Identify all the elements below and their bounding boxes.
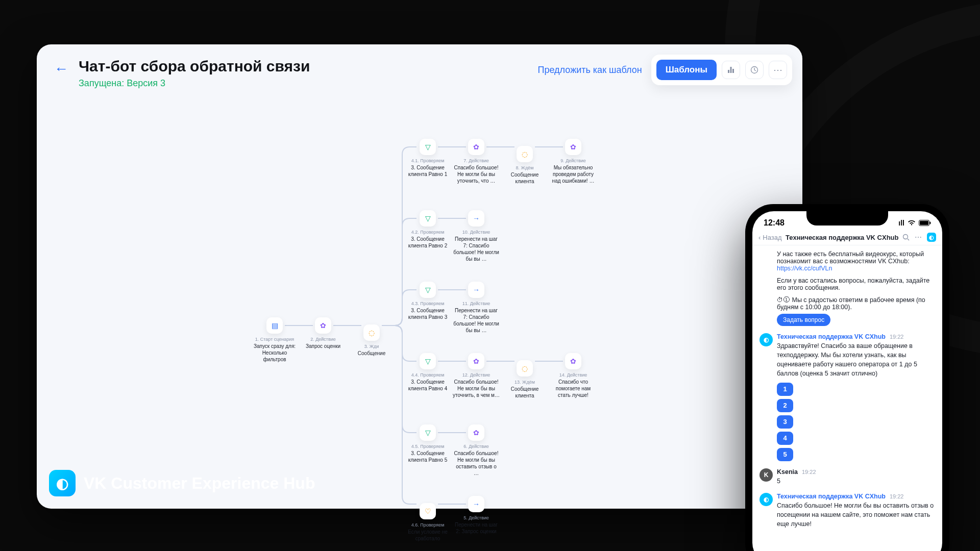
brand-footer: ◐ VK Customer Experience Hub <box>49 470 315 496</box>
wifi-icon <box>908 220 916 226</box>
flow-node[interactable]: ◌ 13. Ждём Сообщение клиента <box>501 353 548 399</box>
node-text: Запрос оценки <box>306 343 340 349</box>
avatar-support: ◐ <box>760 333 773 346</box>
more-icon[interactable]: ⋯ <box>769 61 787 79</box>
flow-node[interactable]: ♡ 4.6. Проверяем Если условие не сработа… <box>404 496 451 542</box>
signal-icon: ıll <box>898 219 904 227</box>
node-caption: 5. Действие <box>463 515 489 520</box>
message-user: K Ksenia19:22 5 <box>760 468 935 486</box>
phone-notch <box>806 211 888 226</box>
node-caption: 12. Действие <box>462 372 491 378</box>
node-caption: 1. Старт сценария <box>255 337 294 342</box>
intro-line2: Если у вас остались вопросы, пожалуйста,… <box>777 277 935 291</box>
rating-3[interactable]: 3 <box>777 415 793 429</box>
node-caption: 4.1. Проверяем <box>411 158 445 163</box>
node-caption: 6. Действие <box>463 444 489 449</box>
node-text: Перенести на шаг 7: Спасибо большое! Не … <box>453 236 500 262</box>
node-caption: 4.3. Проверяем <box>411 301 445 306</box>
node-text: Спасибо большое! Не могли бы вы уточнить… <box>453 379 500 398</box>
back-button[interactable]: ← <box>50 58 72 80</box>
node-caption: 7. Действие <box>463 158 489 163</box>
flow-node[interactable]: ✿ 6. Действие Спасибо большое! Не могли … <box>453 424 500 477</box>
node-text: 3. Сообщение клиента Равно 5 <box>404 450 451 463</box>
node-caption: 11. Действие <box>462 301 491 306</box>
flow-node[interactable]: ▽ 4.5. Проверяем 3. Сообщение клиента Ра… <box>404 424 451 463</box>
node-caption: 9. Действие <box>560 158 586 163</box>
message-support-1: ◐ Техническая поддержка VK CXhub19:22 Зд… <box>760 333 935 461</box>
suggest-template-link[interactable]: Предложить как шаблон <box>538 65 642 76</box>
node-caption: 13. Ждём <box>514 380 535 385</box>
node-icon: ✿ <box>468 353 484 369</box>
avatar-user: K <box>760 468 773 482</box>
flow-node[interactable]: ▽ 4.1. Проверяем 3. Сообщение клиента Ра… <box>404 139 451 178</box>
node-icon: → <box>468 210 484 227</box>
flow-node[interactable]: ◌ 3. Жди Сообщение <box>348 317 395 357</box>
message-support-2: ◐ Техническая поддержка VK CXhub19:22 Сп… <box>760 493 935 529</box>
flow-node[interactable]: ▤ 1. Старт сценария Запуск сразу для: Не… <box>251 317 298 363</box>
flow-node[interactable]: → 10. Действие Перенести на шаг 7: Спаси… <box>453 210 500 262</box>
node-text: Спасибо большое! Не могли бы вы уточнить… <box>453 164 500 184</box>
node-icon: → <box>468 282 484 298</box>
brand-logo-icon: ◐ <box>49 470 76 496</box>
flow-node[interactable]: → 11. Действие Перенести на шаг 7: Спаси… <box>453 282 500 334</box>
node-icon: ▽ <box>420 424 436 441</box>
svg-rect-2 <box>920 221 928 225</box>
node-icon: ◌ <box>517 146 533 162</box>
node-text: Спасибо большое! Не могли бы вы оставить… <box>453 450 500 477</box>
rating-buttons: 12345 <box>777 383 935 461</box>
node-icon: ✿ <box>468 424 484 441</box>
node-caption: 10. Действие <box>462 230 491 235</box>
app-badge-icon: ◐ <box>927 233 936 242</box>
ask-button[interactable]: Задать вопрос <box>777 314 830 326</box>
phone-mockup: 12:48 ıll ‹ Назад Техническая поддержка … <box>745 204 949 551</box>
svg-rect-3 <box>930 222 931 224</box>
flow-node[interactable]: → 5. Действие Перенести на шаг 2: Запрос… <box>453 496 500 535</box>
node-caption: 8. Ждём <box>516 165 534 170</box>
node-text: Запуск сразу для: Несколько фильтров <box>251 343 298 363</box>
node-text: 3. Сообщение клиента Равно 4 <box>404 379 451 392</box>
templates-button[interactable]: Шаблоны <box>656 60 717 80</box>
chat-nav: ‹ Назад Техническая поддержка VK CXhub ⋯… <box>752 230 942 245</box>
node-text: 3. Сообщение клиента Равно 1 <box>404 164 451 178</box>
flow-node[interactable]: ✿ 14. Действие Спасибо что помогаете нам… <box>550 353 597 398</box>
flow-node[interactable]: ▽ 4.4. Проверяем 3. Сообщение клиента Ра… <box>404 353 451 392</box>
rating-4[interactable]: 4 <box>777 432 793 445</box>
node-icon: → <box>468 496 484 512</box>
status-line: Запущена: Версия 3 <box>79 78 310 89</box>
rating-5[interactable]: 5 <box>777 448 793 461</box>
node-text: Сообщение клиента <box>501 386 548 399</box>
flow-node[interactable]: ✿ 2. Действие Запрос оценки <box>300 317 347 349</box>
node-icon: ▤ <box>266 317 283 334</box>
intro-link[interactable]: https://vk.cc/cufVLn <box>777 265 935 272</box>
node-caption: 3. Жди <box>364 344 379 349</box>
intro-line1: У нас также есть бесплатный видеокурс, к… <box>777 251 935 265</box>
node-caption: 4.4. Проверяем <box>411 372 445 378</box>
node-text: 3. Сообщение клиента Равно 3 <box>404 307 451 320</box>
chat-body[interactable]: У нас также есть бесплатный видеокурс, к… <box>752 245 942 534</box>
brand-name: VK Customer Experience Hub <box>84 474 315 493</box>
history-icon[interactable] <box>745 61 764 79</box>
flow-node[interactable]: ✿ 12. Действие Спасибо большое! Не могли… <box>453 353 500 398</box>
flow-node[interactable]: ✿ 7. Действие Спасибо большое! Не могли … <box>453 139 500 184</box>
node-icon: ◌ <box>363 324 380 341</box>
node-caption: 4.2. Проверяем <box>411 230 445 235</box>
node-icon: ✿ <box>565 139 581 155</box>
flow-node[interactable]: ◌ 8. Ждём Сообщение клиента <box>501 139 548 185</box>
nav-back[interactable]: ‹ Назад <box>758 234 782 241</box>
stats-icon[interactable] <box>722 61 740 79</box>
node-icon: ▽ <box>420 210 436 227</box>
svg-point-4 <box>903 235 908 239</box>
phone-clock: 12:48 <box>764 218 785 228</box>
flow-node[interactable]: ▽ 4.3. Проверяем 3. Сообщение клиента Ра… <box>404 282 451 320</box>
nav-title: Техническая поддержка VK CXhub <box>786 234 898 241</box>
node-icon: ▽ <box>420 139 436 155</box>
node-caption: 2. Действие <box>310 337 336 342</box>
flow-node[interactable]: ▽ 4.2. Проверяем 3. Сообщение клиента Ра… <box>404 210 451 249</box>
phone-status-icons: ıll <box>898 218 931 228</box>
node-text: Перенести на шаг 2: Запрос оценки <box>453 521 500 535</box>
more-icon[interactable]: ⋯ <box>915 233 922 241</box>
rating-2[interactable]: 2 <box>777 399 793 412</box>
rating-1[interactable]: 1 <box>777 383 793 396</box>
flow-node[interactable]: ✿ 9. Действие Мы обязательно проведем ра… <box>550 139 597 184</box>
search-icon[interactable] <box>902 234 910 241</box>
